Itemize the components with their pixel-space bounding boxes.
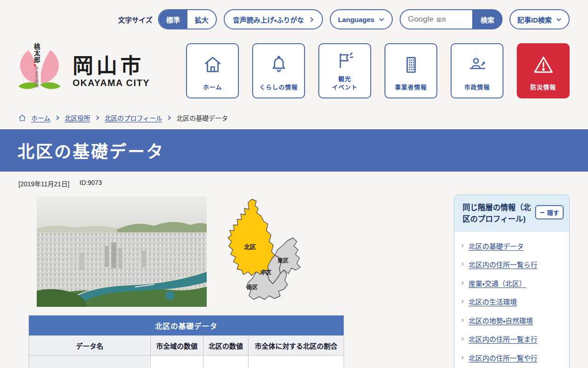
home-icon (202, 44, 223, 83)
article-id-search-label: 記事ID検索 (517, 15, 552, 24)
ward-label-higashi: 東区 (277, 257, 288, 264)
logo-tagline: 桃太郎 のまち岡山 (32, 43, 40, 89)
breadcrumb-current-page: 北区の基礎データ (176, 113, 228, 122)
nav-city-government-label: 市政情報 (464, 83, 490, 98)
nav-living-info-button[interactable]: くらしの情報 (252, 43, 305, 98)
table-caption: 北区の基礎データ (29, 316, 344, 336)
search-field[interactable]: Google 提供 (400, 9, 472, 29)
media-row: 北区 中区 東区 南区 (18, 196, 454, 307)
list-item: 北区の生活環境 (461, 293, 562, 312)
chevron-down-icon (556, 17, 562, 22)
main-navigation: ホーム くらしの情報 観光 イベント (186, 43, 570, 98)
main-area: 北区 中区 東区 南区 北区の基礎データ データ名 市全域の数値 北区の数値 (0, 190, 588, 368)
font-size-toggle: 標準 拡大 (158, 9, 217, 29)
font-size-large-button[interactable]: 拡大 (187, 10, 216, 29)
chevron-down-icon (379, 17, 384, 22)
search-button[interactable]: 検索 (472, 9, 503, 29)
list-item: 北区内の住所一覧ら行 (461, 256, 562, 275)
nav-disaster-info-label: 防災情報 (530, 83, 556, 98)
same-level-sidebar: 同じ階層の情報（北区のプロフィール) 隠す 北区の基礎データ 北区内の住所一覧ら… (454, 195, 570, 368)
content-column: 北区 中区 東区 南区 北区の基礎データ データ名 市全域の数値 北区の数値 (18, 195, 454, 368)
ward-label-kita: 北区 (244, 243, 256, 250)
chevron-right-icon (461, 355, 464, 360)
nav-home-label: ホーム (203, 83, 222, 98)
chevron-right-icon (96, 115, 100, 121)
list-item: 北区の地勢・自然環境 (461, 312, 562, 331)
breadcrumb-kitaku-office-link[interactable]: 北区役所 (65, 113, 90, 122)
article-id: ID:9073 (79, 179, 102, 188)
bell-icon (268, 44, 289, 83)
site-header: 桃太郎 のまち岡山 岡山市 OKAYAMA CITY ホーム (0, 29, 588, 98)
logo-tagline-large: 桃太郎 (33, 43, 40, 63)
table-cell (204, 356, 249, 368)
warning-icon (532, 44, 554, 83)
nav-home-button[interactable]: ホーム (186, 43, 239, 98)
sidebar-links: 北区の基礎データ 北区内の住所一覧ら行 産業・交通（北区） 北区の生活環境 北区… (454, 232, 569, 368)
site-search: Google 提供 検索 (400, 9, 503, 29)
breadcrumb-kitaku-profile-link[interactable]: 北区のプロフィール (105, 113, 163, 122)
languages-label: Languages (338, 16, 374, 23)
table-cell (249, 356, 344, 368)
table-header-kita-value: 北区の数値 (204, 336, 249, 356)
table-cell (151, 356, 204, 368)
languages-button[interactable]: Languages (330, 9, 393, 29)
logo-red-dot (34, 64, 36, 66)
sidebar-link-terrain-nature[interactable]: 北区の地勢・自然環境 (469, 316, 533, 327)
nav-business-info-label: 事業者情報 (395, 83, 427, 98)
ward-label-minami: 南区 (247, 284, 258, 291)
ward-kita-shape[interactable] (228, 199, 275, 276)
sidebar-link-industry-transport[interactable]: 産業・交通（北区） (469, 279, 526, 289)
sidebar-link-address-ma[interactable]: 北区内の住所一覧ま行 (469, 334, 537, 345)
home-icon (18, 114, 26, 122)
table-header-city-total: 市全域の数値 (151, 336, 204, 356)
sidebar-header: 同じ階層の情報（北区のプロフィール) 隠す (454, 195, 569, 232)
chevron-right-icon (310, 17, 314, 23)
aerial-city-photo (37, 196, 207, 307)
ward-label-naka: 中区 (260, 269, 271, 276)
chevron-right-icon (461, 281, 464, 286)
sidebar-link-kita-basic-data[interactable]: 北区の基礎データ (469, 242, 524, 252)
table-row (29, 356, 344, 368)
ward-map: 北区 中区 東区 南区 (223, 197, 306, 304)
sidebar-link-address-ya[interactable]: 北区内の住所一覧や行 (469, 353, 537, 364)
font-size-label: 文字サイズ (118, 15, 153, 24)
kita-basic-data-table: 北区の基礎データ データ名 市全域の数値 北区の数値 市全体に対する北区の割合 (28, 315, 344, 368)
table-header-kita-ratio: 市全体に対する北区の割合 (249, 336, 344, 356)
list-item: 北区内の住所一覧ま行 (461, 330, 562, 349)
nav-living-info-label: くらしの情報 (259, 83, 298, 98)
breadcrumb-home-link[interactable]: ホーム (31, 113, 51, 122)
hide-button-label: 隠す (547, 208, 559, 217)
nav-business-info-button[interactable]: 事業者情報 (384, 43, 437, 98)
chevron-right-icon (167, 115, 171, 121)
chevron-right-icon (461, 299, 464, 304)
chevron-right-icon (461, 318, 464, 323)
publish-date: [2019年11月21日] (18, 179, 69, 188)
voice-reading-button[interactable]: 音声読み上げ・ふりがな (224, 9, 323, 29)
hide-sidebar-button[interactable]: 隠す (535, 205, 564, 219)
minus-icon (540, 210, 545, 215)
sidebar-link-living-environment[interactable]: 北区の生活環境 (469, 297, 517, 308)
building-icon (401, 44, 422, 83)
nav-disaster-info-button[interactable]: 防災情報 (517, 43, 570, 98)
table-header-data-name: データ名 (29, 336, 151, 356)
page-title-banner: 北区の基礎データ (0, 129, 588, 172)
list-item: 北区の基礎データ (461, 237, 562, 256)
article-id-search-button[interactable]: 記事ID検索 (509, 9, 570, 29)
font-size-standard-button[interactable]: 標準 (159, 10, 187, 29)
okayama-city-logo[interactable]: 桃太郎 のまち岡山 岡山市 OKAYAMA CITY (17, 43, 150, 91)
sidebar-link-address-ra[interactable]: 北区内の住所一覧ら行 (469, 260, 537, 270)
utility-bar: 文字サイズ 標準 拡大 音声読み上げ・ふりがな Languages Google… (0, 0, 588, 29)
nav-tourism-events-button[interactable]: 観光 イベント (318, 43, 371, 98)
chevron-right-icon (56, 115, 60, 121)
chevron-right-icon (461, 336, 464, 341)
page-title: 北区の基礎データ (0, 138, 164, 163)
search-input[interactable] (401, 10, 472, 29)
nav-city-government-button[interactable]: 市政情報 (451, 43, 503, 98)
city-name-en: OKAYAMA CITY (73, 78, 150, 88)
chevron-right-icon (461, 262, 464, 267)
logo-text: 岡山市 OKAYAMA CITY (73, 55, 150, 91)
list-item: 北区内の住所一覧や行 (461, 349, 562, 368)
sidebar-title: 同じ階層の情報（北区のプロフィール) (463, 202, 531, 225)
nav-tourism-events-label: 観光 イベント (332, 75, 357, 98)
table-cell (29, 356, 151, 368)
